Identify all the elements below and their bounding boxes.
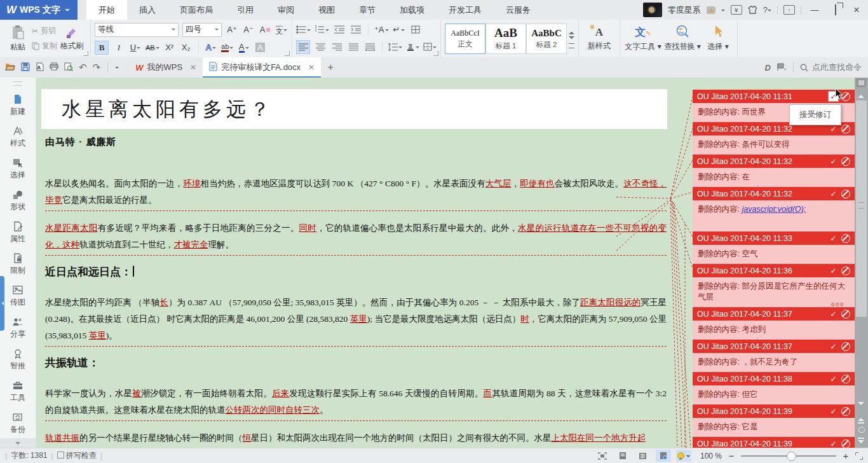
assistant-icon[interactable]: D [765,63,771,73]
wallet-icon[interactable]: ¥ [731,5,742,15]
zoom-in-button[interactable]: + [841,450,850,461]
zoom-out-button[interactable]: − [727,450,736,461]
user-menu-caret-icon[interactable] [721,10,725,13]
italic-button[interactable]: I [112,41,125,54]
font-color-button[interactable]: A [238,41,250,54]
decrease-indent-button[interactable] [333,24,346,36]
sidebar-item-style[interactable]: 样式 [0,121,36,153]
revision-body[interactable]: 删除的内容: 它是 [693,418,855,437]
accept-revision-button[interactable]: ✓ [829,233,838,243]
reject-revision-button[interactable] [841,266,850,275]
increase-font-button[interactable]: A⁺ [226,24,238,36]
sidebar-item-shape[interactable]: 形状 [0,185,36,217]
sidebar-item-upload-image[interactable]: 传图 [0,280,36,312]
reject-revision-button[interactable] [841,157,850,166]
close-tab-icon[interactable]: ✕ [308,63,315,72]
find-command-box[interactable]: 点此查找命令 [800,62,862,73]
help-button[interactable]: ? [763,5,771,15]
revision-body[interactable]: 删除的内容: 空气 [693,245,855,264]
sidebar-more-button[interactable] [0,438,36,448]
web-layout-button[interactable] [656,450,671,462]
tab-开发工具[interactable]: 开发工具 [437,0,494,20]
shading-button[interactable] [406,41,419,53]
next-page-button[interactable] [858,438,864,446]
paste-button[interactable]: 粘贴 [4,22,32,56]
font-size-combo[interactable]: 四号 [182,23,222,37]
styles-more-button[interactable] [569,43,574,48]
save-button[interactable] [21,62,30,73]
increase-indent-button[interactable] [349,24,362,36]
character-shading-button[interactable]: A [254,41,267,54]
styles-scroll-up-button[interactable] [569,29,574,34]
document-title[interactable]: 水星离太阳有多远？ [41,89,667,129]
clipboard-dialog-launcher[interactable] [83,51,88,56]
reject-revision-button[interactable] [841,342,850,351]
print-preview-button[interactable] [64,62,73,73]
clear-format-button[interactable]: A [259,24,271,36]
subscript-button[interactable]: X₂ [180,41,193,54]
reject-revision-button[interactable] [841,310,850,319]
style-card-body[interactable]: AaBbCcI 正文 [445,24,485,54]
strikethrough-button[interactable]: AB [146,41,159,54]
reject-revision-button[interactable] [841,190,850,198]
sidebar-item-tools[interactable]: 工具 [0,376,36,408]
format-painter-button[interactable]: 格式刷 [57,22,86,56]
close-tab-icon[interactable]: ✕ [190,63,196,72]
tab-审阅[interactable]: 审阅 [266,0,306,20]
paragraph-dialog-launcher[interactable] [433,51,438,56]
paragraph-layout-button[interactable]: ↵ [393,24,405,36]
membership-icon[interactable] [707,6,715,14]
accept-revision-button[interactable]: ✓ [829,309,838,319]
zoom-level[interactable]: 100 % [700,452,722,460]
export-pdf-button[interactable]: A [36,62,44,73]
tab-开始[interactable]: 开始 [86,0,127,20]
highlight-color-button[interactable]: ab [221,41,234,54]
skin-icon[interactable] [748,6,757,14]
sidebar-item-new[interactable]: 新建 [0,90,36,121]
new-style-button[interactable]: ✳A 新样式 [583,22,616,56]
align-left-button[interactable] [296,40,310,54]
minimize-button[interactable]: — [807,5,822,15]
qat-customize-caret-icon[interactable] [115,67,119,71]
document-title-block[interactable]: 水星离太阳有多远？ [41,89,667,129]
line-spacing-button[interactable] [388,41,402,53]
sidebar-item-restrict[interactable]: 限制 [0,249,36,280]
user-name[interactable]: 零度星系 [668,4,701,16]
undo-button[interactable]: ↶ [79,62,87,73]
spell-check-toggle[interactable]: 拼写检查 [57,450,97,461]
doc-tab-document[interactable]: 完待审核译文FA.docx ✕ [203,57,321,78]
restore-button[interactable] [828,5,843,15]
scroll-down-button[interactable] [858,402,864,408]
tab-云服务[interactable]: 云服务 [494,0,543,20]
share-window-icon[interactable]: ↑ [783,5,795,15]
sidebar-collapse-handle[interactable] [13,81,22,86]
accept-revision-button[interactable]: ✓ [829,342,838,351]
paragraph[interactable]: 科学家一度认为，水星被潮汐锁定，有一面始终朝着太阳。后来发现这颗行星实际上有 5… [45,385,667,418]
tab-页面布局[interactable]: 页面布局 [168,0,225,20]
revision-body[interactable]: 删除的内容: 在 [693,168,855,187]
redo-button[interactable]: ↷ [93,62,101,73]
sidebar-item-select[interactable]: 选择 [0,153,36,185]
reject-revision-button[interactable] [841,375,850,384]
underline-button[interactable]: U [129,41,142,54]
scrollbar-thumb[interactable] [856,100,867,317]
bold-button[interactable]: B [95,41,109,55]
app-menu-caret-icon[interactable] [65,9,70,14]
fullscreen-view-button[interactable] [595,450,610,462]
feedback-flag-icon[interactable] [777,63,787,73]
numbered-list-button[interactable] [315,24,329,36]
accept-revision-button[interactable]: ✓ [829,156,838,166]
paragraph[interactable]: 水星绕太阳的平均距离 （半轴长）为 0.387 AU （57,909,050 公… [45,294,667,344]
print-button[interactable] [50,62,58,73]
revision-body[interactable]: 删除的内容: 但它 [693,385,855,404]
revision-body[interactable]: 删除的内容: javascript:void(O); [693,200,855,232]
doc-tab-home[interactable]: W 我的WPS ✕ [129,57,203,78]
revision-body[interactable]: 删除的内容: ，就不足为奇了 [693,353,855,372]
zoom-slider[interactable] [741,455,836,457]
accept-revision-button[interactable]: ✓ [829,266,838,275]
revision-body[interactable]: 删除的内容: 部分原因是它所产生的任何大气层ooo [693,277,855,307]
reject-revision-button[interactable] [841,125,850,134]
sidebar-item-share[interactable]: 分享 [0,312,36,344]
vertical-scrollbar[interactable] [855,78,868,448]
section-heading[interactable]: 共振轨道： [45,356,667,370]
